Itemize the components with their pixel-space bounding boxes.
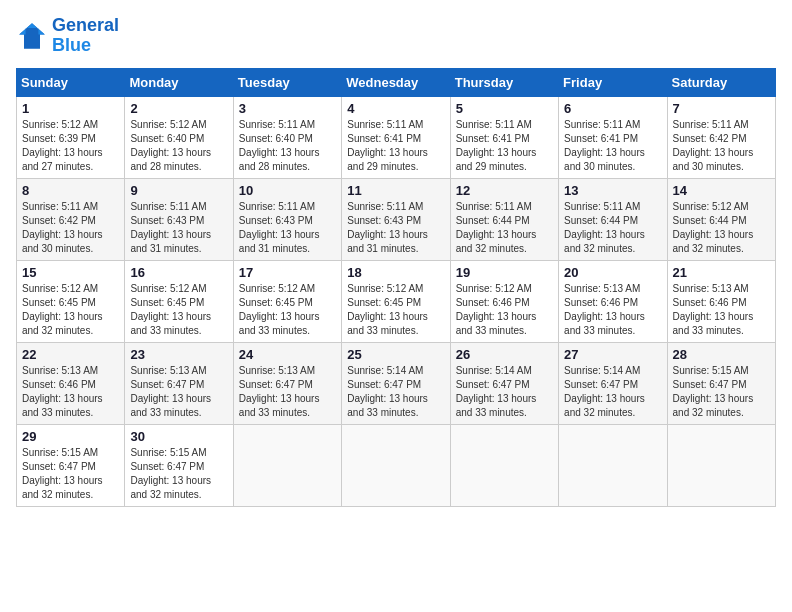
day-info: Sunrise: 5:11 AMSunset: 6:42 PMDaylight:… xyxy=(22,201,103,254)
day-number: 7 xyxy=(673,101,770,116)
day-number: 1 xyxy=(22,101,119,116)
day-info: Sunrise: 5:12 AMSunset: 6:45 PMDaylight:… xyxy=(347,283,428,336)
day-info: Sunrise: 5:13 AMSunset: 6:47 PMDaylight:… xyxy=(130,365,211,418)
day-number: 28 xyxy=(673,347,770,362)
column-header-wednesday: Wednesday xyxy=(342,68,450,96)
calendar-header-row: SundayMondayTuesdayWednesdayThursdayFrid… xyxy=(17,68,776,96)
day-number: 16 xyxy=(130,265,227,280)
calendar-table: SundayMondayTuesdayWednesdayThursdayFrid… xyxy=(16,68,776,507)
day-info: Sunrise: 5:11 AMSunset: 6:41 PMDaylight:… xyxy=(456,119,537,172)
page-header: General Blue xyxy=(16,16,776,56)
calendar-cell: 21 Sunrise: 5:13 AMSunset: 6:46 PMDaylig… xyxy=(667,260,775,342)
calendar-cell: 15 Sunrise: 5:12 AMSunset: 6:45 PMDaylig… xyxy=(17,260,125,342)
calendar-cell: 17 Sunrise: 5:12 AMSunset: 6:45 PMDaylig… xyxy=(233,260,341,342)
day-number: 6 xyxy=(564,101,661,116)
calendar-cell xyxy=(559,424,667,506)
day-info: Sunrise: 5:12 AMSunset: 6:45 PMDaylight:… xyxy=(130,283,211,336)
calendar-cell: 5 Sunrise: 5:11 AMSunset: 6:41 PMDayligh… xyxy=(450,96,558,178)
calendar-week-row: 15 Sunrise: 5:12 AMSunset: 6:45 PMDaylig… xyxy=(17,260,776,342)
calendar-cell xyxy=(342,424,450,506)
calendar-cell: 27 Sunrise: 5:14 AMSunset: 6:47 PMDaylig… xyxy=(559,342,667,424)
calendar-cell: 23 Sunrise: 5:13 AMSunset: 6:47 PMDaylig… xyxy=(125,342,233,424)
calendar-cell: 26 Sunrise: 5:14 AMSunset: 6:47 PMDaylig… xyxy=(450,342,558,424)
day-info: Sunrise: 5:11 AMSunset: 6:41 PMDaylight:… xyxy=(564,119,645,172)
day-number: 5 xyxy=(456,101,553,116)
calendar-cell: 3 Sunrise: 5:11 AMSunset: 6:40 PMDayligh… xyxy=(233,96,341,178)
calendar-cell: 29 Sunrise: 5:15 AMSunset: 6:47 PMDaylig… xyxy=(17,424,125,506)
day-number: 3 xyxy=(239,101,336,116)
calendar-cell xyxy=(450,424,558,506)
logo-icon xyxy=(16,20,48,52)
day-number: 9 xyxy=(130,183,227,198)
column-header-thursday: Thursday xyxy=(450,68,558,96)
column-header-saturday: Saturday xyxy=(667,68,775,96)
calendar-week-row: 22 Sunrise: 5:13 AMSunset: 6:46 PMDaylig… xyxy=(17,342,776,424)
day-number: 4 xyxy=(347,101,444,116)
day-number: 25 xyxy=(347,347,444,362)
day-number: 11 xyxy=(347,183,444,198)
day-info: Sunrise: 5:11 AMSunset: 6:44 PMDaylight:… xyxy=(456,201,537,254)
day-number: 26 xyxy=(456,347,553,362)
day-info: Sunrise: 5:11 AMSunset: 6:43 PMDaylight:… xyxy=(347,201,428,254)
column-header-sunday: Sunday xyxy=(17,68,125,96)
day-number: 18 xyxy=(347,265,444,280)
day-info: Sunrise: 5:15 AMSunset: 6:47 PMDaylight:… xyxy=(673,365,754,418)
logo-text: General Blue xyxy=(52,16,119,56)
day-info: Sunrise: 5:12 AMSunset: 6:39 PMDaylight:… xyxy=(22,119,103,172)
day-number: 8 xyxy=(22,183,119,198)
day-info: Sunrise: 5:13 AMSunset: 6:46 PMDaylight:… xyxy=(22,365,103,418)
day-number: 27 xyxy=(564,347,661,362)
day-number: 2 xyxy=(130,101,227,116)
column-header-monday: Monday xyxy=(125,68,233,96)
column-header-tuesday: Tuesday xyxy=(233,68,341,96)
day-info: Sunrise: 5:11 AMSunset: 6:43 PMDaylight:… xyxy=(130,201,211,254)
day-number: 17 xyxy=(239,265,336,280)
calendar-cell: 11 Sunrise: 5:11 AMSunset: 6:43 PMDaylig… xyxy=(342,178,450,260)
day-info: Sunrise: 5:14 AMSunset: 6:47 PMDaylight:… xyxy=(347,365,428,418)
day-info: Sunrise: 5:12 AMSunset: 6:45 PMDaylight:… xyxy=(22,283,103,336)
column-header-friday: Friday xyxy=(559,68,667,96)
calendar-week-row: 1 Sunrise: 5:12 AMSunset: 6:39 PMDayligh… xyxy=(17,96,776,178)
day-number: 21 xyxy=(673,265,770,280)
calendar-week-row: 29 Sunrise: 5:15 AMSunset: 6:47 PMDaylig… xyxy=(17,424,776,506)
day-info: Sunrise: 5:11 AMSunset: 6:44 PMDaylight:… xyxy=(564,201,645,254)
day-number: 22 xyxy=(22,347,119,362)
calendar-week-row: 8 Sunrise: 5:11 AMSunset: 6:42 PMDayligh… xyxy=(17,178,776,260)
logo: General Blue xyxy=(16,16,119,56)
calendar-cell: 28 Sunrise: 5:15 AMSunset: 6:47 PMDaylig… xyxy=(667,342,775,424)
calendar-cell: 4 Sunrise: 5:11 AMSunset: 6:41 PMDayligh… xyxy=(342,96,450,178)
calendar-cell: 24 Sunrise: 5:13 AMSunset: 6:47 PMDaylig… xyxy=(233,342,341,424)
day-info: Sunrise: 5:11 AMSunset: 6:41 PMDaylight:… xyxy=(347,119,428,172)
day-number: 30 xyxy=(130,429,227,444)
day-info: Sunrise: 5:13 AMSunset: 6:47 PMDaylight:… xyxy=(239,365,320,418)
day-number: 23 xyxy=(130,347,227,362)
calendar-cell xyxy=(667,424,775,506)
day-info: Sunrise: 5:11 AMSunset: 6:43 PMDaylight:… xyxy=(239,201,320,254)
day-info: Sunrise: 5:13 AMSunset: 6:46 PMDaylight:… xyxy=(673,283,754,336)
calendar-cell: 22 Sunrise: 5:13 AMSunset: 6:46 PMDaylig… xyxy=(17,342,125,424)
calendar-cell: 20 Sunrise: 5:13 AMSunset: 6:46 PMDaylig… xyxy=(559,260,667,342)
calendar-cell: 30 Sunrise: 5:15 AMSunset: 6:47 PMDaylig… xyxy=(125,424,233,506)
calendar-cell: 13 Sunrise: 5:11 AMSunset: 6:44 PMDaylig… xyxy=(559,178,667,260)
calendar-cell: 25 Sunrise: 5:14 AMSunset: 6:47 PMDaylig… xyxy=(342,342,450,424)
day-info: Sunrise: 5:12 AMSunset: 6:40 PMDaylight:… xyxy=(130,119,211,172)
day-number: 14 xyxy=(673,183,770,198)
day-number: 13 xyxy=(564,183,661,198)
calendar-cell: 9 Sunrise: 5:11 AMSunset: 6:43 PMDayligh… xyxy=(125,178,233,260)
day-info: Sunrise: 5:11 AMSunset: 6:40 PMDaylight:… xyxy=(239,119,320,172)
calendar-cell: 14 Sunrise: 5:12 AMSunset: 6:44 PMDaylig… xyxy=(667,178,775,260)
calendar-cell xyxy=(233,424,341,506)
day-number: 10 xyxy=(239,183,336,198)
calendar-cell: 6 Sunrise: 5:11 AMSunset: 6:41 PMDayligh… xyxy=(559,96,667,178)
day-info: Sunrise: 5:12 AMSunset: 6:46 PMDaylight:… xyxy=(456,283,537,336)
calendar-cell: 16 Sunrise: 5:12 AMSunset: 6:45 PMDaylig… xyxy=(125,260,233,342)
day-number: 20 xyxy=(564,265,661,280)
calendar-cell: 7 Sunrise: 5:11 AMSunset: 6:42 PMDayligh… xyxy=(667,96,775,178)
day-info: Sunrise: 5:11 AMSunset: 6:42 PMDaylight:… xyxy=(673,119,754,172)
day-number: 12 xyxy=(456,183,553,198)
calendar-cell: 8 Sunrise: 5:11 AMSunset: 6:42 PMDayligh… xyxy=(17,178,125,260)
day-number: 19 xyxy=(456,265,553,280)
calendar-cell: 12 Sunrise: 5:11 AMSunset: 6:44 PMDaylig… xyxy=(450,178,558,260)
calendar-cell: 2 Sunrise: 5:12 AMSunset: 6:40 PMDayligh… xyxy=(125,96,233,178)
calendar-cell: 1 Sunrise: 5:12 AMSunset: 6:39 PMDayligh… xyxy=(17,96,125,178)
